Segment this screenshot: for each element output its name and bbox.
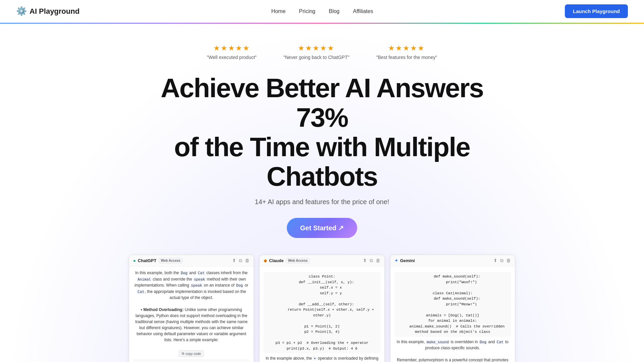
chatgpt-name: ChatGPT bbox=[138, 258, 157, 263]
chatgpt-card: ● ChatGPT Web Access ⬆ ⧉ 🗑 In this examp… bbox=[129, 255, 254, 362]
gemini-card: ✦ Gemini ⬆ ⧉ 🗑 def make_sound(self): pri… bbox=[390, 255, 515, 362]
launch-playground-button[interactable]: Launch Playground bbox=[565, 4, 628, 18]
trash-icon-2[interactable]: 🗑 bbox=[376, 258, 380, 263]
hero-headline: Achieve Better AI Answers 73% of the Tim… bbox=[138, 73, 506, 191]
reviews-row: ★★★★★ "Well executed product" ★★★★★ "Nev… bbox=[13, 44, 631, 60]
share-icon-3[interactable]: ⬆ bbox=[493, 258, 497, 263]
logo-icon: ⚙️ bbox=[16, 6, 27, 16]
claude-card: ◆ Claude Web Access ⬆ ⧉ 🗑 class Point: d… bbox=[259, 255, 384, 362]
share-icon-2[interactable]: ⬆ bbox=[363, 258, 367, 263]
logo[interactable]: ⚙️ AI Playground bbox=[16, 6, 79, 16]
code-block-chatgpt: class MathOperations: def add(self, a, bbox=[133, 359, 250, 362]
navbar: ⚙️ AI Playground Home Pricing Blog Affil… bbox=[0, 0, 644, 23]
code-block-gemini: def make_sound(self): print("Woof!") cla… bbox=[394, 272, 511, 337]
gemini-header: ✦ Gemini ⬆ ⧉ 🗑 bbox=[390, 255, 515, 266]
review-2-quote: "Never going back to ChatGPT" bbox=[283, 55, 350, 60]
chatgpt-title: ● ChatGPT Web Access bbox=[133, 258, 183, 263]
chatbot-grid: ● ChatGPT Web Access ⬆ ⧉ 🗑 In this examp… bbox=[121, 255, 523, 362]
copy-icon-3[interactable]: ⧉ bbox=[500, 258, 503, 263]
share-icon[interactable]: ⬆ bbox=[232, 258, 236, 263]
nav-affiliates[interactable]: Affiliates bbox=[353, 8, 373, 14]
gemini-actions: ⬆ ⧉ 🗑 bbox=[493, 258, 511, 263]
claude-header: ◆ Claude Web Access ⬆ ⧉ 🗑 bbox=[260, 255, 384, 266]
claude-icon: ◆ bbox=[264, 258, 267, 263]
copy-icon-2[interactable]: ⧉ bbox=[370, 258, 373, 263]
headline-line1: Achieve Better AI Answers 73% bbox=[161, 73, 483, 132]
hero-section: ★★★★★ "Well executed product" ★★★★★ "Nev… bbox=[0, 24, 644, 362]
trash-icon-3[interactable]: 🗑 bbox=[506, 258, 511, 263]
nav-pricing[interactable]: Pricing bbox=[299, 8, 315, 14]
chatgpt-badge: Web Access bbox=[158, 258, 182, 263]
claude-name: Claude bbox=[269, 258, 283, 263]
claude-actions: ⬆ ⧉ 🗑 bbox=[363, 258, 380, 263]
nav-blog[interactable]: Blog bbox=[329, 8, 339, 14]
get-started-button[interactable]: Get Started ↗ bbox=[287, 218, 357, 238]
review-2: ★★★★★ "Never going back to ChatGPT" bbox=[283, 44, 350, 60]
gemini-name: Gemini bbox=[400, 258, 415, 263]
trash-icon[interactable]: 🗑 bbox=[245, 258, 250, 263]
copy-label: copy code bbox=[185, 352, 201, 356]
hero-subheadline: 14+ AI apps and features for the price o… bbox=[13, 198, 631, 206]
gemini-title: ✦ Gemini bbox=[394, 258, 415, 263]
claude-title: ◆ Claude Web Access bbox=[264, 258, 310, 263]
logo-text: AI Playground bbox=[30, 7, 79, 16]
gemini-body: def make_sound(self): print("Woof!") cla… bbox=[390, 266, 515, 362]
review-3: ★★★★★ "Best features for the money" bbox=[376, 44, 437, 60]
gemini-icon: ✦ bbox=[394, 258, 398, 263]
copy-icon[interactable]: ⧉ bbox=[239, 258, 242, 263]
review-3-stars: ★★★★★ bbox=[388, 44, 425, 53]
copy-icon-small: ⧉ bbox=[182, 352, 184, 356]
code-block-claude: class Point: def __init__(self, x, y): s… bbox=[264, 272, 380, 353]
chatgpt-body: In this example, both the Dog and Cat cl… bbox=[129, 266, 254, 362]
review-2-stars: ★★★★★ bbox=[298, 44, 335, 53]
headline-line2: of the Time with Multiple Chatbots bbox=[174, 132, 470, 191]
claude-badge: Web Access bbox=[286, 258, 310, 263]
chatgpt-header: ● ChatGPT Web Access ⬆ ⧉ 🗑 bbox=[129, 255, 254, 266]
nav-links: Home Pricing Blog Affiliates bbox=[271, 8, 373, 14]
nav-home[interactable]: Home bbox=[271, 8, 286, 14]
review-1-quote: "Well executed product" bbox=[207, 55, 257, 60]
copy-code-button[interactable]: ⧉ copy code bbox=[179, 350, 204, 357]
chatgpt-actions: ⬆ ⧉ 🗑 bbox=[232, 258, 250, 263]
review-1-stars: ★★★★★ bbox=[213, 44, 250, 53]
review-3-quote: "Best features for the money" bbox=[376, 55, 437, 60]
chatgpt-icon: ● bbox=[133, 258, 136, 263]
claude-body: class Point: def __init__(self, x, y): s… bbox=[260, 266, 384, 362]
review-1: ★★★★★ "Well executed product" bbox=[207, 44, 257, 60]
